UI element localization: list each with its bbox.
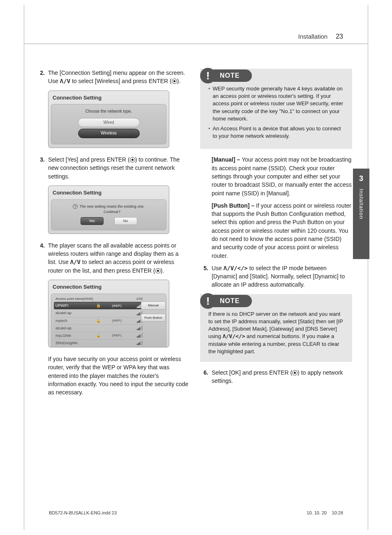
step-4: 4. The player scans the all available ac… xyxy=(37,241,189,275)
no-button: No xyxy=(114,217,137,225)
side-tab-label: Installation xyxy=(358,189,364,219)
ap-row: mytech 🔒 (WEP) xyxy=(54,317,144,324)
screenshot-connection-type: Connection Setting Choose the network ty… xyxy=(48,90,169,148)
footer-time: 10:28 xyxy=(332,510,343,515)
up-down-arrows-icon: Λ/V xyxy=(60,78,70,84)
ap-name: myLGNet xyxy=(55,333,84,338)
ap-name: alcatel-ap xyxy=(55,310,84,316)
step-3: 3. Select [Yes] and press ENTER () to co… xyxy=(37,155,189,181)
push-paragraph: [Push Button] – If your access point or … xyxy=(212,201,352,260)
header-page-number: 23 xyxy=(336,33,343,40)
step-3-text-a: Select [Yes] and press ENTER ( xyxy=(48,156,130,163)
note1-item-text: An Access Point is a device that allows … xyxy=(213,125,346,140)
note2-body: If there is no DHCP server on the networ… xyxy=(207,310,346,355)
step-5-text-a: Use xyxy=(212,265,224,271)
ap-row: alcatel-ap xyxy=(54,324,144,332)
ap-header-right: 1/33 xyxy=(136,296,143,301)
step-4-text-c: ). xyxy=(161,267,164,274)
note1-item-text: WEP security mode generally have 4 keys … xyxy=(213,85,346,123)
ap-name: mytech xyxy=(55,318,84,324)
ap-security: (WEP) xyxy=(112,303,125,308)
signal-icon xyxy=(137,341,143,345)
ap-row: UPWIFI 🔒 (WEP) xyxy=(54,302,144,309)
left-column: 2. The [Connection Setting] menu appear … xyxy=(37,69,189,401)
note-box-1: ! NOTE WEP security mode generally have … xyxy=(200,69,352,149)
note-box-2: ! NOTE If there is no DHCP server on the… xyxy=(200,294,352,362)
step-3-text: Select [Yes] and press ENTER () to conti… xyxy=(48,155,189,181)
ap-security: (WEP) xyxy=(112,318,125,323)
yes-button: Yes xyxy=(81,217,104,225)
enter-icon xyxy=(292,370,297,375)
manual-title: [Manual] – xyxy=(212,156,242,163)
step-6: 6. Select [OK] and press ENTER () to app… xyxy=(200,368,352,385)
enter-icon xyxy=(155,268,161,273)
wireless-option: Wireless xyxy=(78,129,140,138)
ap-name: alcatel-ap xyxy=(55,326,84,331)
ss3-side-buttons: Manual Push Button xyxy=(141,301,166,322)
signal-icon xyxy=(137,326,143,330)
note1-item: WEP security mode generally have 4 keys … xyxy=(208,85,346,123)
step-2-text-b: to select [Wireless] and press ENTER ( xyxy=(70,78,172,84)
ss2-question: ? The new setting resets the existing on… xyxy=(73,204,145,215)
right-column: ! NOTE WEP security mode generally have … xyxy=(200,69,352,401)
question-mark-icon: ? xyxy=(73,204,78,209)
push-button-button: Push Button xyxy=(141,314,166,322)
ss3-title: Connection Setting xyxy=(48,280,169,293)
signal-icon xyxy=(137,334,143,338)
footer-file: BD572-N-BUSALLK-ENG.indd 23 xyxy=(49,510,117,515)
page-header: Installation 23 xyxy=(24,12,368,44)
screenshot-confirm-reset: Connection Setting ? The new setting res… xyxy=(48,185,169,234)
ap-table: Access point name(SSID) 1/33 UPWIFI 🔒 (W… xyxy=(54,296,144,347)
step-2-text: The [Connection Setting] menu appear on … xyxy=(48,69,189,86)
ss1-label: Choose the network type. xyxy=(85,109,132,115)
lock-icon: 🔒 xyxy=(96,318,100,324)
exclamation-icon: ! xyxy=(200,293,216,309)
exclamation-icon: ! xyxy=(200,68,216,83)
step-5-number: 5. xyxy=(200,264,208,289)
ss2-buttons: Yes No xyxy=(81,217,137,225)
step-2: 2. The [Connection Setting] menu appear … xyxy=(37,69,189,86)
manual-button: Manual xyxy=(141,301,166,310)
step-6-text-a: Select [OK] and press ENTER ( xyxy=(212,369,292,376)
page-frame: Installation 23 3 Installation 2. The [C… xyxy=(24,12,368,523)
step-5-text: Use Λ/V/</> to select the IP mode betwee… xyxy=(212,264,352,289)
ap-header-left: Access point name(SSID) xyxy=(55,296,93,301)
ap-name: ShinDongMin xyxy=(55,340,84,346)
step-5: 5. Use Λ/V/</> to select the IP mode bet… xyxy=(200,264,352,289)
screenshot-ap-list: Connection Setting Access point name(SSI… xyxy=(48,280,169,347)
footer-date: 10. 10. 20 xyxy=(307,510,327,515)
enter-icon xyxy=(130,157,135,162)
note-title: NOTE xyxy=(213,295,252,307)
note-title: NOTE xyxy=(213,69,252,82)
note-label: ! NOTE xyxy=(200,68,252,83)
side-tab-number: 3 xyxy=(359,174,363,183)
ap-security: (WEP) xyxy=(112,333,125,338)
content-columns: 2. The [Connection Setting] menu appear … xyxy=(24,44,368,409)
ss2-msg1: The new setting resets the existing one. xyxy=(79,204,145,208)
header-section: Installation xyxy=(298,33,327,40)
note1-item: An Access Point is a device that allows … xyxy=(208,125,346,140)
step-6-text: Select [OK] and press ENTER () to apply … xyxy=(212,368,352,385)
ap-row: alcatel-ap xyxy=(54,309,144,317)
ap-name: UPWIFI xyxy=(55,303,84,308)
up-down-arrows-icon: Λ/V xyxy=(70,259,81,265)
wired-option: Wired xyxy=(78,118,140,127)
step-2-text-c: ). xyxy=(177,78,181,84)
enter-icon xyxy=(172,79,177,84)
push-title: [Push Button] – xyxy=(212,202,256,209)
ss2-title: Connection Setting xyxy=(48,186,169,199)
ap-row: myLGNet 🔒 (WEP) xyxy=(54,332,144,339)
navigation-arrows-icon: Λ/V/</> xyxy=(223,333,245,339)
step-6-number: 6. xyxy=(200,368,208,385)
lock-icon: 🔒 xyxy=(96,303,100,308)
manual-paragraph: [Manual] – Your access point may not be … xyxy=(212,155,352,197)
navigation-arrows-icon: Λ/V/</> xyxy=(224,265,248,271)
ss2-msg2: Continue? xyxy=(79,209,145,215)
step-4-number: 4. xyxy=(37,241,45,275)
side-tab: 3 Installation xyxy=(353,169,369,259)
post-step4-text: If you have security on your access poin… xyxy=(48,355,189,396)
note-label: ! NOTE xyxy=(200,293,252,309)
step-3-number: 3. xyxy=(37,155,45,181)
lock-icon: 🔒 xyxy=(96,333,100,338)
step-2-number: 2. xyxy=(37,69,45,86)
